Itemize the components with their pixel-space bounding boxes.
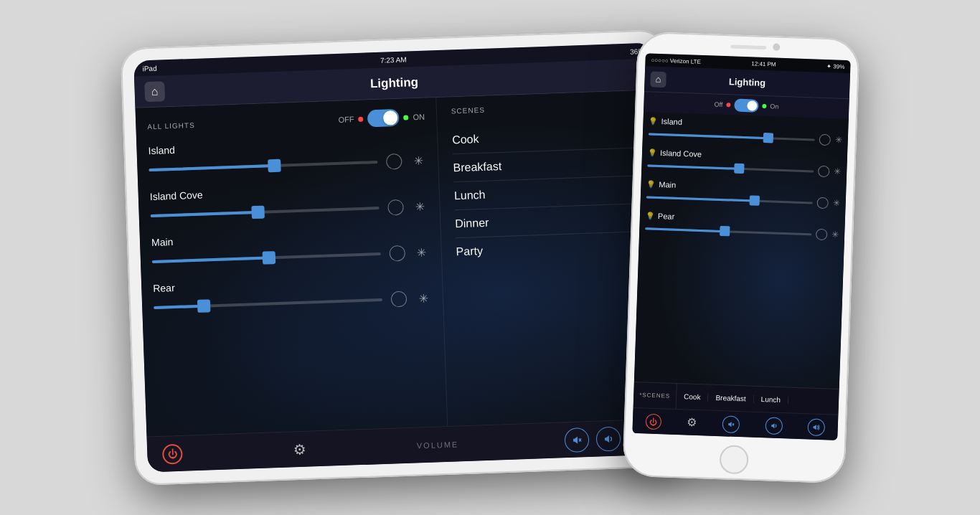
iphone-nav-title: Lighting — [729, 76, 766, 88]
sun-icon-island[interactable]: ✳ — [410, 153, 427, 169]
iphone-vol-down-button[interactable] — [765, 417, 783, 435]
power-icon[interactable]: ⏻ — [161, 443, 184, 465]
iphone-light-pear: 💡 Pear ✳ — [645, 211, 839, 240]
iphone-sun-island[interactable]: ✳ — [835, 135, 842, 145]
light-item-rear: Rear ✳ — [153, 273, 431, 316]
circle-icon-rear[interactable] — [391, 291, 407, 308]
iphone-slider-track-pear[interactable] — [645, 227, 811, 235]
iphone-sun-island-cove[interactable]: ✳ — [834, 166, 841, 176]
iphone-home-button[interactable] — [719, 445, 748, 474]
iphone-off-label: Off — [714, 101, 722, 108]
volume-down-button[interactable] — [595, 426, 621, 451]
iphone-slider-thumb-pear[interactable] — [720, 226, 730, 236]
iphone-speaker — [730, 44, 766, 49]
slider-row-rear: ✳ — [154, 290, 431, 316]
scene-item-party[interactable]: Party — [456, 232, 646, 265]
iphone-dot-off — [726, 103, 730, 107]
mute-button[interactable] — [564, 427, 589, 452]
sun-icon-island-cove[interactable]: ✳ — [412, 199, 428, 215]
iphone-vol-up-button[interactable] — [808, 418, 826, 436]
ipad-toggle-group: OFF ON — [338, 108, 425, 128]
iphone-sun-main[interactable]: ✳ — [832, 198, 839, 208]
iphone-screen: ○○○○○ Verizon LTE 12:41 PM ✦ 39% ⌂ Light… — [632, 53, 850, 440]
iphone-slider-fill-pear — [645, 227, 725, 232]
iphone-slider-fill-island — [649, 133, 768, 139]
sun-icon-rear[interactable]: ✳ — [415, 290, 432, 307]
iphone-light-name-island: Island — [661, 117, 682, 126]
iphone-mute-button[interactable] — [722, 415, 740, 433]
iphone-circle-main[interactable] — [816, 197, 829, 209]
iphone-slider-track-island-cove[interactable] — [647, 164, 814, 172]
iphone-toggle-switch[interactable] — [734, 99, 759, 113]
slider-fill-island-cove — [151, 211, 258, 217]
ipad-status-left: iPad — [142, 64, 156, 72]
iphone-circle-island[interactable] — [819, 134, 831, 146]
iphone-on-label: On — [770, 103, 778, 110]
ipad-all-lights-header: ALL LIGHTS OFF ON — [147, 108, 425, 135]
slider-row-island: ✳ — [149, 153, 426, 178]
iphone-dot-on — [762, 104, 766, 108]
iphone-light-name-island-cove: Island Cove — [660, 148, 702, 159]
circle-icon-island[interactable] — [386, 153, 402, 170]
volume-label: VOLUME — [417, 440, 459, 450]
light-item-main: Main ✳ — [151, 227, 430, 270]
iphone-scene-breakfast[interactable]: Breakfast — [708, 394, 754, 403]
iphone-sun-pear[interactable]: ✳ — [831, 230, 839, 240]
slider-track-island-cove[interactable] — [151, 207, 380, 217]
slider-fill-rear — [154, 305, 204, 309]
iphone-status-left: ○○○○○ Verizon LTE — [651, 57, 701, 65]
iphone-scene-cook[interactable]: Cook — [677, 392, 709, 402]
slider-thumb-rear[interactable] — [197, 299, 211, 313]
iphone-nav-home-icon[interactable]: ⌂ — [650, 71, 666, 88]
iphone-slider-thumb-island[interactable] — [763, 133, 773, 143]
circle-icon-island-cove[interactable] — [387, 199, 404, 216]
slider-track-main[interactable] — [152, 252, 381, 263]
ipad-status-center: 7:23 AM — [380, 55, 407, 64]
ipad-lights-panel: ALL LIGHTS OFF ON Island — [136, 98, 448, 436]
slider-fill-island — [149, 164, 274, 171]
slider-thumb-island[interactable] — [268, 159, 282, 173]
ipad-device: iPad 7:23 AM 36% ⌂ Lighting ALL LIGHTS O… — [121, 29, 681, 486]
light-item-island: Island ✳ — [148, 136, 426, 178]
iphone-circle-island-cove[interactable] — [818, 166, 830, 178]
iphone-slider-track-main[interactable] — [646, 196, 813, 204]
ipad-toggle-dot-off — [359, 116, 364, 121]
iphone-slider-fill-main — [646, 196, 755, 202]
iphone-slider-thumb-main[interactable] — [749, 195, 759, 205]
iphone-slider-fill-island-cove — [647, 164, 739, 169]
iphone-status-right: ✦ 39% — [826, 62, 845, 70]
ipad-toggle-switch[interactable] — [367, 109, 400, 128]
slider-thumb-island-cove[interactable] — [251, 206, 265, 219]
iphone-power-icon[interactable]: ⏻ — [645, 413, 661, 430]
settings-icon[interactable]: ⚙ — [289, 438, 311, 460]
slider-fill-main — [152, 256, 269, 263]
slider-track-island[interactable] — [149, 161, 377, 171]
ipad-nav-title: Lighting — [370, 75, 419, 90]
ipad-nav-home-icon[interactable]: ⌂ — [144, 81, 165, 102]
iphone-scene-lunch[interactable]: Lunch — [754, 395, 789, 405]
iphone-slider-track-island[interactable] — [649, 133, 815, 141]
iphone-bulb-main: 💡 — [646, 180, 655, 188]
iphone-scroll: 💡 Island ✳ 💡 Island Cove — [634, 112, 849, 389]
iphone-light-name-pear: Pear — [658, 212, 675, 221]
iphone-settings-icon[interactable]: ⚙ — [687, 416, 697, 430]
iphone-camera — [773, 43, 780, 50]
iphone-light-island: 💡 Island ✳ — [649, 116, 843, 146]
ipad-toggle-on-label: ON — [413, 113, 425, 122]
ipad-toggle-off-label: OFF — [338, 115, 354, 124]
slider-row-main: ✳ — [152, 245, 430, 270]
iphone-light-island-cove: 💡 Island Cove ✳ — [647, 148, 842, 177]
sun-icon-main[interactable]: ✳ — [413, 245, 430, 261]
light-item-island-cove: Island Cove ✳ — [150, 181, 428, 224]
iphone-slider-thumb-island-cove[interactable] — [734, 164, 744, 174]
iphone-device: ○○○○○ Verizon LTE 12:41 PM ✦ 39% ⌂ Light… — [622, 32, 859, 483]
ipad-screen: iPad 7:23 AM 36% ⌂ Lighting ALL LIGHTS O… — [133, 43, 667, 473]
all-lights-label: ALL LIGHTS — [147, 121, 195, 130]
slider-track-rear[interactable] — [154, 298, 382, 309]
slider-thumb-main[interactable] — [262, 251, 275, 265]
ipad-toggle-dot-on — [403, 115, 408, 120]
iphone-circle-pear[interactable] — [816, 229, 828, 241]
iphone-scenes-scroll: Cook Breakfast Lunch — [677, 392, 839, 406]
iphone-light-main: 💡 Main ✳ — [646, 179, 841, 209]
circle-icon-main[interactable] — [389, 245, 405, 262]
